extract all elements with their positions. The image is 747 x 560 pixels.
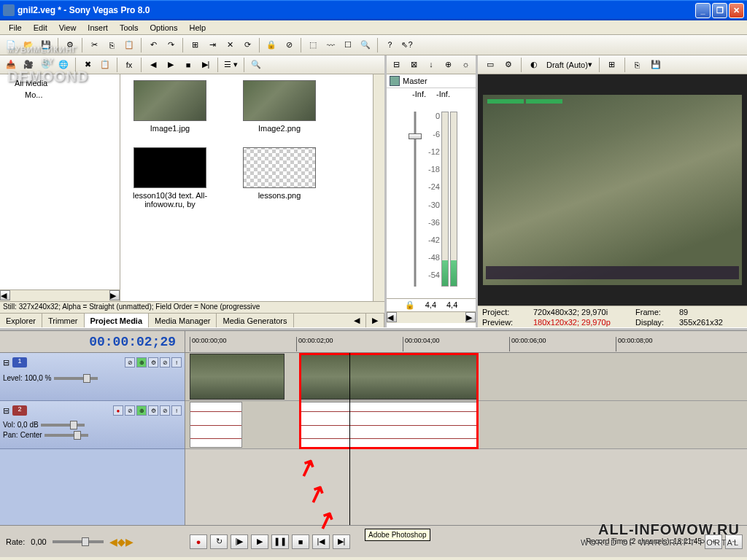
media-tree[interactable]: All Media Mo... ◀▶ [0,74,120,301]
solo-button[interactable]: ! [171,357,182,368]
menu-edit[interactable]: Edit [28,22,53,34]
tree-child[interactable]: Mo... [3,89,117,101]
media-item[interactable]: Image1.jpg [126,80,214,133]
tab-explorer[interactable]: Explorer [0,314,42,327]
pan-slider[interactable] [44,434,88,437]
getcd-button[interactable]: 💿 [38,57,54,73]
import-button[interactable]: 📥 [3,57,19,73]
track-fx-button[interactable]: ⊕ [136,405,147,416]
thumbnail-pane[interactable]: Image1.jpg Image2.png lesson10(3d text. … [120,74,384,301]
meter-left[interactable] [441,112,449,287]
preview-quality-icon[interactable]: ◐ [526,57,542,73]
prev-media-button[interactable]: ◀ [145,57,161,73]
timecode-display[interactable]: 00:00:02;29 [0,331,185,352]
go-end-button[interactable]: ▶| [333,534,350,549]
redo-button[interactable]: ↷ [163,37,179,53]
video-track-header[interactable]: ⊟1 ⊘ ⊕ ⚙ ⊘ ! Level: 100,0 % [0,353,185,401]
copy-button[interactable]: ⎘ [104,37,120,53]
solo-button[interactable]: ! [171,405,182,416]
bypass-fx-button[interactable]: ⊘ [125,357,135,368]
tree-scrollbar[interactable]: ◀▶ [0,289,120,301]
loop-button[interactable]: ↻ [210,534,228,549]
lock-button[interactable]: 🔒 [263,37,279,53]
mute-button[interactable]: ⊘ [160,357,170,368]
play-media-button[interactable]: ▶ [163,57,179,73]
new-button[interactable]: 📄 [3,37,19,53]
preview-props-button[interactable]: ⚙ [500,57,516,73]
playhead[interactable] [349,353,350,525]
master-icon[interactable] [390,76,400,86]
preview-viewport[interactable] [478,74,747,306]
maximize-button[interactable]: ❐ [712,3,727,18]
open-button[interactable]: 📂 [20,37,36,53]
tree-root[interactable]: All Media [3,77,117,89]
play-button[interactable]: ▶ [251,534,268,549]
mute-button[interactable]: ⊘ [160,405,170,416]
media-item[interactable]: lesson10(3d text. All-infowow.ru, by [126,147,214,209]
timeline-ruler[interactable]: 00:00:00;00 00:00:02;00 00:00:04;00 00:0… [185,331,747,352]
video-clip[interactable] [190,354,285,400]
tab-project-media[interactable]: Project Media [85,314,150,327]
search-button[interactable]: 🔍 [248,57,264,73]
audio-clip[interactable] [190,402,242,448]
minimize-button[interactable]: _ [695,3,711,18]
pause-button[interactable]: ❚❚ [271,534,289,549]
tab-trimmer[interactable]: Trimmer [42,314,85,327]
tab-media-generators[interactable]: Media Generators [217,314,293,327]
quality-dropdown[interactable]: Draft (Auto) ▾ [544,57,595,73]
getweb-button[interactable]: 🌐 [55,57,71,73]
menu-help[interactable]: Help [183,22,212,34]
automation-button[interactable]: ⚙ [148,405,158,416]
record-arm-button[interactable]: ● [113,405,123,416]
views-dropdown[interactable]: ☰ ▾ [222,57,240,73]
master-fader[interactable] [405,104,425,294]
volume-slider[interactable] [41,424,85,427]
fx-button[interactable]: fx [121,57,137,73]
undo-button[interactable]: ↶ [145,37,161,53]
select-tool-button[interactable]: ☐ [340,37,356,53]
capture-button[interactable]: 🎥 [20,57,36,73]
menu-insert[interactable]: Insert [82,22,114,34]
envelope-tool-button[interactable]: 〰 [322,37,338,53]
copy-frame-button[interactable]: ⎘ [630,57,646,73]
mixer-btn3[interactable]: ↓ [424,56,438,72]
paste-button[interactable]: 📋 [121,37,137,53]
thumb-scrollbar[interactable] [373,74,384,301]
mixer-btn4[interactable]: ⊕ [441,56,456,72]
go-start-button[interactable]: |◀ [312,534,330,549]
titlebar[interactable]: gnil2.veg * - Sony Vegas Pro 8.0 _ ❐ ✕ [0,0,747,20]
crossfade-button[interactable]: ✕ [222,37,238,53]
media-item[interactable]: Image2.png [236,80,323,133]
mixer-dim-button[interactable]: ☼ [458,56,473,72]
remove-button[interactable]: ✖ [80,57,96,73]
zoom-out-button[interactable]: － [725,534,743,549]
close-button[interactable]: ✕ [729,3,744,18]
save-button[interactable]: 💾 [38,37,54,53]
zoom-tool-button[interactable]: 🔍 [357,37,374,53]
menu-view[interactable]: View [53,22,82,34]
menu-tools[interactable]: Tools [114,22,144,34]
tab-scroll-right[interactable]: ▶ [366,314,384,327]
rate-slider[interactable] [53,540,104,543]
grid-button[interactable]: ⊞ [604,57,620,73]
ext-monitor-button[interactable]: ▭ [482,57,498,73]
normal-tool-button[interactable]: ⬚ [305,37,321,53]
meter-right[interactable] [450,112,457,287]
mixer-scrollbar[interactable]: ◀▶ [387,311,476,323]
level-slider[interactable] [54,377,98,380]
tab-scroll-left[interactable]: ◀ [348,314,366,327]
ignore-button[interactable]: ⊘ [281,37,297,53]
cut-button[interactable]: ✂ [86,37,102,53]
record-button[interactable]: ● [190,534,207,549]
bypass-fx-button[interactable]: ⊘ [125,405,135,416]
menu-options[interactable]: Options [144,22,184,34]
play-start-button[interactable]: |▶ [231,534,248,549]
stop-button[interactable]: ■ [292,534,309,549]
automation-button[interactable]: ⚙ [148,357,158,368]
zoom-in-button[interactable]: ＋ [705,534,722,549]
tab-media-manager[interactable]: Media Manager [149,314,217,327]
track-fx-button[interactable]: ⊕ [136,357,147,368]
next-media-button[interactable]: ▶| [198,57,214,73]
media-item[interactable]: lessons.png [236,147,323,209]
menu-file[interactable]: File [3,22,28,34]
